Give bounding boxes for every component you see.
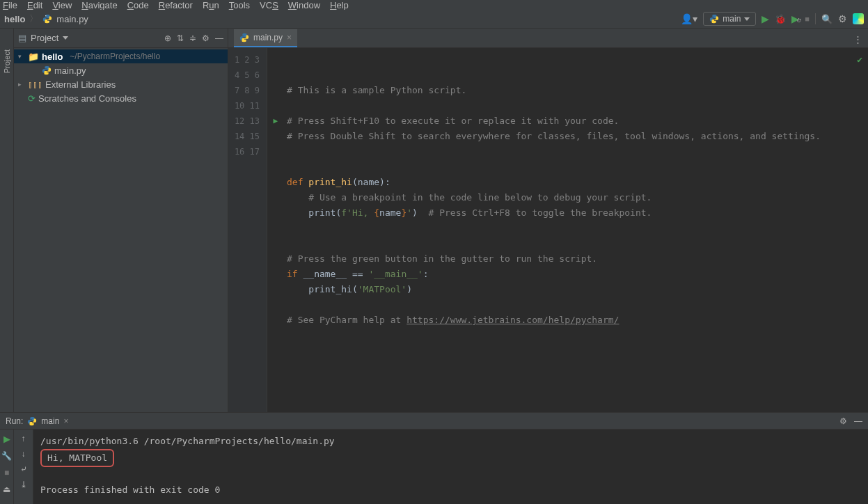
- stop-button: ■: [805, 15, 810, 23]
- collapse-all-icon[interactable]: ≑: [189, 33, 196, 43]
- menu-help[interactable]: Help: [330, 0, 349, 10]
- tree-root[interactable]: ▾ 📁 hello ~/PycharmProjects/hello: [14, 49, 228, 63]
- python-file-icon: [239, 33, 249, 42]
- python-file-icon: [42, 14, 52, 24]
- python-file-icon: [42, 65, 52, 75]
- breadcrumb-separator-icon: 〉: [29, 13, 38, 25]
- menu-run[interactable]: Run: [203, 0, 219, 10]
- user-icon[interactable]: 👤▾: [681, 13, 697, 24]
- search-icon[interactable]: 🔍: [821, 14, 833, 24]
- project-view-icon: ▤: [18, 33, 26, 43]
- svg-point-0: [45, 15, 46, 16]
- up-icon[interactable]: ↑: [22, 434, 26, 443]
- menu-code[interactable]: Code: [127, 0, 149, 10]
- tree-scratches[interactable]: ⟳ Scratches and Consoles: [14, 91, 228, 105]
- tree-file-main[interactable]: main.py: [14, 63, 228, 77]
- menu-bar: File Edit View Navigate Code Refactor Ru…: [0, 0, 868, 10]
- run-toolbar-left2: ↑ ↓ ⤶ ⤓: [14, 430, 33, 504]
- run-config-selector[interactable]: main: [703, 12, 756, 26]
- pycharm-logo-icon[interactable]: [853, 13, 864, 24]
- menu-view[interactable]: View: [52, 0, 72, 10]
- toolbar-right: 👤▾ main ▶ 🐞 ▶⏱ ■ 🔍 ⚙: [681, 12, 864, 26]
- scratch-icon: ⟳: [28, 93, 35, 104]
- python-file-icon: [27, 416, 37, 426]
- project-panel: ▤ Project ⊕ ⇅ ≑ ⚙ — ▾ 📁 hello ~/PycharmP…: [14, 29, 228, 412]
- chevron-down-icon[interactable]: [63, 36, 68, 40]
- svg-point-1: [49, 22, 49, 22]
- navigation-bar: hello 〉 main.py 👤▾ main ▶ 🐞 ▶⏱ ■ 🔍 ⚙: [0, 10, 868, 29]
- run-coverage-button[interactable]: ▶⏱: [791, 13, 799, 24]
- expand-all-icon[interactable]: ⇅: [177, 33, 184, 43]
- run-panel-label: Run:: [6, 416, 23, 426]
- editor-area: main.py × ⋮ 1 2 3 4 5 6 7 8 9 10 11 12 1…: [228, 29, 868, 412]
- hide-run-panel-icon[interactable]: —: [854, 416, 862, 426]
- run-button[interactable]: ▶: [762, 13, 769, 24]
- breadcrumb-file[interactable]: main.py: [56, 14, 88, 24]
- hide-panel-icon[interactable]: —: [215, 33, 223, 43]
- run-panel-settings-icon[interactable]: ⚙: [839, 416, 847, 426]
- menu-vcs[interactable]: VCS: [260, 0, 278, 10]
- python-file-icon: [709, 14, 719, 24]
- close-run-tab-icon[interactable]: ×: [63, 416, 68, 426]
- console-output[interactable]: /usr/bin/python3.6 /root/PycharmProjects…: [33, 430, 868, 504]
- debug-button[interactable]: 🐞: [775, 14, 786, 24]
- folder-icon: 📁: [28, 52, 39, 62]
- menu-refactor[interactable]: Refactor: [159, 0, 193, 10]
- menu-navigate[interactable]: Navigate: [81, 0, 117, 10]
- soft-wrap-icon[interactable]: ⤶: [20, 464, 27, 474]
- menu-file[interactable]: File: [3, 0, 17, 10]
- rerun-button[interactable]: ▶: [3, 434, 10, 444]
- editor-gutter[interactable]: 1 2 3 4 5 6 7 8 9 10 11 12 13▶ 14 15 16 …: [228, 48, 267, 412]
- close-tab-icon[interactable]: ×: [287, 33, 292, 42]
- wrench-icon[interactable]: 🔧: [1, 451, 12, 461]
- menu-tools[interactable]: Tools: [229, 0, 250, 10]
- inspections-ok-icon[interactable]: ✔: [857, 52, 862, 68]
- select-opened-file-icon[interactable]: ⊕: [164, 33, 171, 43]
- menu-edit[interactable]: Edit: [27, 0, 42, 10]
- down-icon[interactable]: ↓: [22, 449, 26, 459]
- scroll-end-icon[interactable]: ⤓: [20, 480, 27, 489]
- editor-tab-main[interactable]: main.py ×: [234, 29, 297, 47]
- breadcrumb-project[interactable]: hello: [4, 14, 25, 24]
- highlighted-output: Hi, MATPool: [40, 449, 114, 467]
- tree-external-libs[interactable]: ▸ ⫿⫿⫿ External Libraries: [14, 77, 228, 91]
- editor-more-icon[interactable]: ⋮: [848, 31, 868, 47]
- settings-icon[interactable]: ⚙: [838, 13, 847, 24]
- project-panel-title: Project: [31, 33, 58, 43]
- project-tool-button[interactable]: Project: [3, 49, 11, 73]
- menu-window[interactable]: Window: [288, 0, 320, 10]
- exit-icon[interactable]: ⏏: [3, 485, 10, 494]
- project-tree: ▾ 📁 hello ~/PycharmProjects/hello main.p…: [14, 48, 228, 105]
- run-tool-window: Run: main × ⚙ — ▶ 🔧 ■ ⏏ ↑ ↓ ⤶ ⤓ /usr/bin…: [0, 412, 868, 504]
- run-config-name: main: [723, 14, 741, 24]
- stop-icon: ■: [4, 468, 9, 478]
- run-config-label[interactable]: main: [41, 416, 59, 426]
- breadcrumb: hello 〉 main.py: [4, 13, 88, 25]
- left-tool-strip: Project: [0, 29, 14, 412]
- library-icon: ⫿⫿⫿: [28, 79, 42, 90]
- code-editor[interactable]: ✔ # This is a sample Python script. # Pr…: [267, 48, 868, 412]
- panel-settings-icon[interactable]: ⚙: [202, 33, 210, 43]
- run-toolbar-left: ▶ 🔧 ■ ⏏: [0, 430, 14, 504]
- chevron-down-icon: [744, 17, 750, 21]
- editor-tabbar: main.py × ⋮: [228, 29, 868, 48]
